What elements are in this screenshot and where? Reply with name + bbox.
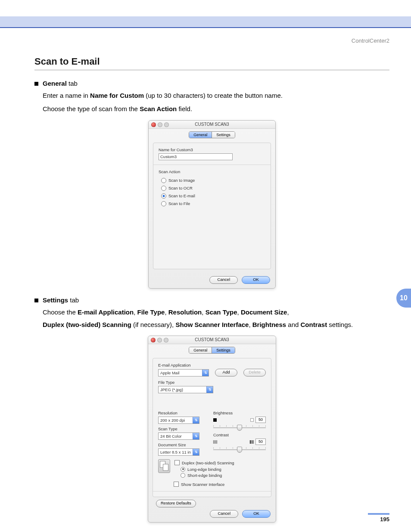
minimize-icon[interactable]	[158, 122, 162, 127]
scan-type-select[interactable]: 24 Bit Color⇅	[158, 432, 199, 440]
resolution-label: Resolution	[158, 411, 208, 415]
resolution-select[interactable]: 200 x 200 dpi⇅	[158, 417, 199, 424]
show-scanner-checkbox[interactable]: Show Scanner Interface	[174, 481, 266, 488]
dialog-titlebar: CUSTOM SCAN3	[149, 121, 275, 129]
brightness-value[interactable]: 50	[255, 417, 266, 423]
email-app-select[interactable]: Apple Mail⇅	[158, 369, 209, 376]
zoom-icon[interactable]	[164, 122, 169, 127]
close-icon[interactable]	[151, 122, 156, 127]
general-p2: Choose the type of scan from the Scan Ac…	[43, 104, 389, 114]
dialog-title: CUSTOM SCAN3	[195, 337, 229, 342]
radio-long-edge[interactable]: Long-edge binding	[181, 466, 234, 472]
bullet-settings: Settings tab	[34, 296, 389, 304]
tab-segmented-control[interactable]: General Settings	[189, 131, 235, 138]
header-brand: ControlCenter2	[352, 37, 389, 44]
doc-size-label: Document Size	[158, 442, 208, 447]
tab-settings[interactable]: Settings	[212, 132, 235, 138]
chevron-updown-icon: ⇅	[202, 370, 209, 376]
chevron-updown-icon: ⇅	[193, 433, 199, 439]
close-icon[interactable]	[151, 338, 156, 342]
bullet-general: General tab	[34, 80, 389, 87]
chapter-number: 10	[400, 294, 408, 302]
contrast-value[interactable]: 50	[255, 439, 266, 445]
contrast-slider[interactable]	[213, 445, 266, 452]
tab-general[interactable]: General	[189, 132, 212, 138]
contrast-label: Contrast	[213, 432, 266, 437]
brightness-low-icon	[213, 418, 217, 422]
page-title: Scan to E-mail	[34, 56, 389, 67]
scan-action-label: Scan Action	[159, 169, 265, 174]
chevron-updown-icon: ⇅	[193, 417, 199, 423]
radio-scan-to-image[interactable]: Scan to Image	[161, 177, 265, 184]
brightness-high-icon	[250, 418, 254, 422]
dialog-general: CUSTOM SCAN3 General Settings Name for C…	[148, 120, 276, 289]
top-bar	[0, 16, 411, 27]
brightness-label: Brightness	[213, 411, 266, 415]
doc-size-select[interactable]: Letter 8.5 x 11 in⇅	[158, 448, 199, 456]
name-for-custom-label: Name for Custom3	[159, 147, 265, 152]
radio-scan-to-file[interactable]: Scan to File	[161, 200, 265, 208]
scan-type-label: Scan Type	[158, 426, 208, 431]
cancel-button[interactable]: Cancel	[209, 276, 238, 284]
email-app-label: E-mail Application	[158, 363, 266, 367]
minimize-icon[interactable]	[157, 338, 162, 342]
contrast-high-icon	[250, 440, 254, 444]
settings-p1: Choose the E-mail Application, File Type…	[43, 307, 389, 317]
add-button[interactable]: Add	[215, 369, 237, 376]
cancel-button[interactable]: Cancel	[210, 510, 238, 518]
dialog-titlebar: CUSTOM SCAN3	[148, 336, 276, 344]
tab-general[interactable]: General	[189, 347, 212, 353]
contrast-low-icon	[213, 440, 217, 444]
bullet-square-icon	[34, 299, 38, 302]
tab-segmented-control[interactable]: General Settings	[189, 347, 235, 354]
delete-button[interactable]: Delete	[243, 369, 266, 376]
chapter-side-tab: 10	[396, 289, 411, 308]
name-for-custom-input[interactable]: Custom3	[159, 153, 233, 160]
radio-scan-to-ocr[interactable]: Scan to OCR	[161, 184, 265, 192]
page-number-bar	[368, 513, 389, 515]
radio-short-edge[interactable]: Short-edge binding	[181, 472, 234, 478]
restore-defaults-button[interactable]: Restore Defaults	[156, 500, 196, 507]
dialog-settings: CUSTOM SCAN3 General Settings E-mail App…	[148, 336, 276, 523]
dialog-title: CUSTOM SCAN3	[195, 122, 229, 127]
radio-scan-to-email[interactable]: Scan to E-mail	[161, 192, 265, 200]
chevron-updown-icon: ⇅	[206, 386, 213, 393]
title-underline	[34, 70, 389, 70]
tab-settings[interactable]: Settings	[212, 347, 235, 353]
settings-p2: Duplex (two-sided) Scanning (if necessar…	[43, 320, 389, 330]
chevron-updown-icon: ⇅	[193, 449, 199, 455]
bullet-settings-text: Settings tab	[43, 296, 79, 304]
file-type-select[interactable]: JPEG (*.jpg)⇅	[158, 386, 213, 393]
general-p1: Enter a name in Name for Custom (up to 3…	[43, 90, 389, 100]
duplex-icon	[158, 459, 170, 473]
top-border	[0, 27, 411, 28]
zoom-icon[interactable]	[164, 338, 168, 342]
ok-button[interactable]: OK	[242, 276, 270, 284]
page-number: 195	[380, 516, 389, 523]
file-type-label: File Type	[158, 380, 266, 385]
bullet-square-icon	[34, 82, 38, 86]
bullet-general-text: General tab	[43, 80, 78, 87]
brightness-slider[interactable]	[213, 423, 266, 430]
ok-button[interactable]: OK	[242, 510, 271, 518]
duplex-checkbox[interactable]: Duplex (two-sided) Scanning	[174, 459, 234, 466]
